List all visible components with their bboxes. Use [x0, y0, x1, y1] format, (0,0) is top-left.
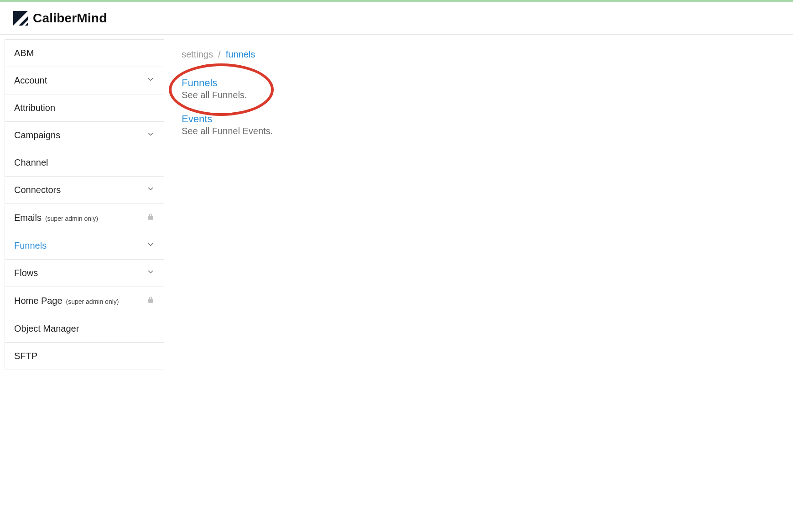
section-block: EventsSee all Funnel Events.: [182, 113, 273, 136]
chevron-down-icon: [146, 130, 155, 141]
sidebar-item-label: Connectors: [14, 185, 61, 195]
layout: ABMAccountAttributionCampaignsChannelCon…: [0, 35, 793, 370]
breadcrumb-sep: /: [216, 49, 226, 59]
settings-sidebar: ABMAccountAttributionCampaignsChannelCon…: [5, 39, 164, 370]
sidebar-item-campaigns[interactable]: Campaigns: [5, 122, 164, 149]
sidebar-item-label: Object Manager: [14, 323, 79, 334]
sidebar-item-sftp[interactable]: SFTP: [5, 343, 164, 370]
section-block: FunnelsSee all Funnels.: [182, 77, 273, 100]
sidebar-item-emails[interactable]: Emails (super admin only): [5, 204, 164, 232]
sidebar-item-label: Home Page (super admin only): [14, 296, 119, 306]
sections-list: FunnelsSee all Funnels.EventsSee all Fun…: [182, 77, 273, 136]
sidebar-item-connectors[interactable]: Connectors: [5, 177, 164, 204]
sidebar-item-label: Emails (super admin only): [14, 213, 98, 223]
sidebar-item-channel[interactable]: Channel: [5, 149, 164, 177]
chevron-down-icon: [146, 268, 155, 278]
breadcrumb-current: funnels: [226, 49, 256, 59]
sidebar-item-label: SFTP: [14, 351, 37, 361]
sidebar-item-home-page[interactable]: Home Page (super admin only): [5, 287, 164, 315]
sidebar-item-label: Campaigns: [14, 130, 60, 141]
sidebar-item-label: Channel: [14, 157, 48, 168]
sidebar-item-abm[interactable]: ABM: [5, 40, 164, 67]
sidebar-item-label: Account: [14, 75, 47, 86]
section-link-funnels[interactable]: Funnels: [182, 77, 273, 89]
lock-icon: [146, 295, 155, 307]
sidebar-item-label: Funnels: [14, 240, 47, 251]
brand-logo-icon: [13, 10, 28, 26]
sidebar-item-funnels[interactable]: Funnels: [5, 232, 164, 260]
main-content: settings / funnels FunnelsSee all Funnel…: [164, 39, 273, 149]
section-description: See all Funnels.: [182, 90, 273, 100]
chevron-down-icon: [146, 185, 155, 195]
app-header: CaliberMind: [0, 2, 793, 35]
sidebar-item-flows[interactable]: Flows: [5, 260, 164, 287]
sidebar-item-label: ABM: [14, 48, 34, 58]
lock-icon: [146, 212, 155, 224]
sidebar-item-account[interactable]: Account: [5, 67, 164, 94]
sidebar-item-attribution[interactable]: Attribution: [5, 94, 164, 122]
breadcrumb: settings / funnels: [182, 49, 273, 60]
sidebar-item-label: Attribution: [14, 103, 55, 113]
chevron-down-icon: [146, 75, 155, 86]
breadcrumb-root[interactable]: settings: [182, 49, 213, 59]
section-description: See all Funnel Events.: [182, 126, 273, 136]
section-link-events[interactable]: Events: [182, 113, 273, 125]
brand-name: CaliberMind: [33, 11, 107, 26]
sidebar-item-object-manager[interactable]: Object Manager: [5, 315, 164, 343]
sidebar-item-label: Flows: [14, 268, 38, 278]
chevron-down-icon: [146, 240, 155, 251]
